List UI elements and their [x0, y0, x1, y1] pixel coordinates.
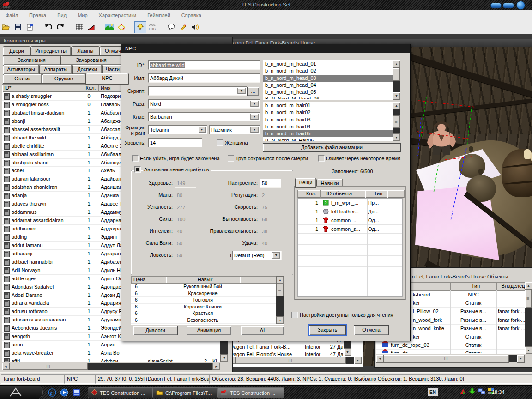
toggle-fog-icon[interactable]: FOG: [147, 22, 158, 33]
menu-item[interactable]: Вид: [52, 10, 72, 20]
object-row[interactable]: furn_de_rope_03Статик: [376, 341, 525, 350]
menu-item[interactable]: Файл: [0, 10, 24, 20]
properties-icon[interactable]: [24, 22, 36, 33]
quicklaunch-app-icon[interactable]: [72, 388, 80, 398]
id-field[interactable]: abbard the wild: [148, 60, 260, 70]
readonly-checkbox[interactable]: [291, 312, 298, 318]
undo-icon[interactable]: [43, 22, 54, 33]
head-option[interactable]: b_n_nord_m_head_05: [263, 89, 393, 96]
npc-dialog-titlebar[interactable]: NPC: [121, 44, 410, 53]
edit-pencil-icon[interactable]: [178, 22, 189, 33]
chevron-down-icon[interactable]: ▼: [198, 127, 206, 133]
col-count[interactable]: Кол.: [79, 84, 101, 92]
start-button[interactable]: [0, 386, 43, 399]
skill-row[interactable]: 6Безопасность: [131, 317, 276, 324]
inventory-row[interactable]: 1common_s...Од...: [298, 225, 402, 234]
close-dialog-button[interactable]: Закрыть: [309, 325, 346, 335]
skill-row[interactable]: 6Торговля: [131, 297, 276, 304]
tab-Ингредиенты[interactable]: Ингредиенты: [30, 46, 71, 56]
menu-item[interactable]: Правка: [24, 10, 52, 20]
attribute-field[interactable]: 38: [260, 227, 281, 236]
skills-scrollbar[interactable]: ▲☰▼: [276, 276, 284, 324]
tab-Статик[interactable]: Статик: [3, 74, 42, 84]
head-option[interactable]: b_n_nord_m_head_02: [263, 67, 393, 74]
head-list-scrollbar[interactable]: ▲☰▼: [393, 60, 400, 100]
npc-list-row[interactable]: affri1АффриslaveScript2Kl: [2, 357, 221, 362]
redo-icon[interactable]: [55, 22, 66, 33]
dialogs-button[interactable]: Диалоги: [133, 326, 178, 335]
attribute-field[interactable]: 68: [260, 215, 281, 224]
download-tray-icon[interactable]: [469, 388, 476, 396]
angle-snap-icon[interactable]: [85, 22, 97, 33]
cell-row[interactable]: Dagon Fel, Fiorrod's HouseInterior47Да: [227, 351, 343, 357]
autocalc-checkbox[interactable]: [134, 166, 141, 173]
col-id[interactable]: ID*: [2, 84, 81, 92]
components-horizontal-scrollbar[interactable]: ◄ III ►: [2, 363, 220, 370]
menu-item[interactable]: Мир: [72, 10, 93, 20]
maximize-button[interactable]: [503, 3, 514, 8]
tab-Заклинания[interactable]: Заклинания: [3, 55, 60, 65]
tab-Аппараты[interactable]: Аппараты: [39, 65, 72, 74]
female-checkbox[interactable]: [217, 139, 223, 146]
hair-option[interactable]: b_n_nord_m_hair03: [263, 116, 393, 123]
close-button[interactable]: [516, 1, 525, 10]
blood-combo[interactable]: Default (Red)▼: [232, 251, 282, 260]
script-combo[interactable]: ▼: [148, 86, 247, 96]
objects-col-owner[interactable]: Владелец: [496, 282, 528, 291]
skill-col-blank[interactable]: [240, 276, 279, 284]
cancel-button[interactable]: Отмена: [354, 325, 389, 335]
head-option[interactable]: b_n_nord_m_head_03: [263, 75, 393, 82]
taskbar-button[interactable]: C:\Program Files\T...: [152, 387, 219, 398]
landscape-edit-icon[interactable]: [104, 22, 115, 33]
skill-row[interactable]: 6Короткие Клинки: [131, 304, 276, 311]
inv-col-type[interactable]: Тип: [365, 190, 390, 198]
cell-row[interactable]: Dagon Fel, Fanar Fork-B...Interior27Да: [227, 344, 343, 351]
inventory-row[interactable]: 1common_...Од...: [298, 216, 402, 225]
class-combo[interactable]: Barbarian▼: [148, 112, 260, 121]
inventory-row[interactable]: 1left leather...До...: [298, 207, 402, 216]
hair-option[interactable]: b_n_nord_m_hair04: [263, 123, 393, 130]
hair-list[interactable]: b_n_nord_m_hair01b_n_nord_m_hair02b_n_no…: [263, 102, 393, 141]
tab-Зачарования[interactable]: Зачарования: [60, 55, 122, 65]
attribute-field[interactable]: 40: [260, 239, 281, 248]
tab-Активаторы[interactable]: Активаторы: [3, 65, 39, 74]
taskbar-button[interactable]: TES Construction ...: [88, 387, 154, 398]
sound-icon[interactable]: [190, 22, 201, 33]
inventory-row[interactable]: 1?l_m_wpn_...Пр...: [298, 199, 402, 207]
taskbar-button[interactable]: TES Construction ...: [217, 387, 284, 398]
head-option[interactable]: b_n_nord_m_head_04: [263, 82, 393, 89]
menu-item[interactable]: Характеристики: [93, 10, 142, 20]
hair-option[interactable]: b_n_nord_m_hair02: [263, 109, 393, 116]
dialogue-icon[interactable]: [166, 22, 177, 33]
hair-option[interactable]: b_n_nord_m_hair05: [263, 130, 393, 137]
skill-row[interactable]: 6Красться: [131, 310, 276, 317]
head-list[interactable]: b_n_nord_m_head_01b_n_nord_m_head_02b_n_…: [263, 60, 393, 100]
language-indicator[interactable]: EN: [428, 388, 438, 396]
skill-col-price[interactable]: Цена: [131, 276, 169, 284]
inv-col-count[interactable]: Кол.: [297, 190, 323, 198]
objects-col-type[interactable]: Тип: [450, 282, 499, 291]
attribute-field[interactable]: 2: [260, 191, 281, 200]
hair-option[interactable]: b_n_nord_m_hair01: [263, 102, 393, 109]
attribute-field[interactable]: 50: [260, 179, 281, 188]
animation-button[interactable]: Анимация: [187, 326, 231, 335]
add-animation-button[interactable]: Добавить файл анимации: [263, 143, 401, 152]
network-tray-icon[interactable]: [478, 388, 485, 396]
level-field[interactable]: 14: [148, 138, 202, 147]
head-option[interactable]: b_n_nord_m_head_01: [263, 60, 393, 67]
objects-horizontal-scrollbar[interactable]: ◄ III ►: [376, 355, 525, 362]
hair-list-scrollbar[interactable]: ▲☰▼: [393, 102, 400, 141]
objects-vertical-scrollbar[interactable]: ▲ ☰ ▼: [525, 282, 532, 354]
skill-col-name[interactable]: Навык: [166, 276, 242, 284]
chevron-down-icon[interactable]: ▼: [250, 127, 259, 133]
vertex-edit-icon[interactable]: [116, 22, 127, 33]
menu-item[interactable]: Геймплей: [142, 10, 176, 20]
ai-button[interactable]: AI: [241, 326, 284, 335]
toggle-lights-icon[interactable]: [134, 21, 146, 33]
flag-checkbox[interactable]: [318, 155, 325, 162]
npc-list-row[interactable]: aeta wave-breaker1Аэта Во: [2, 349, 221, 357]
minimize-button[interactable]: [490, 3, 502, 8]
tab-Оружие[interactable]: Оружие: [42, 74, 85, 84]
object-row[interactable]: furn_de_...Статик: [376, 350, 525, 353]
tab-NPC[interactable]: NPC: [85, 73, 129, 85]
